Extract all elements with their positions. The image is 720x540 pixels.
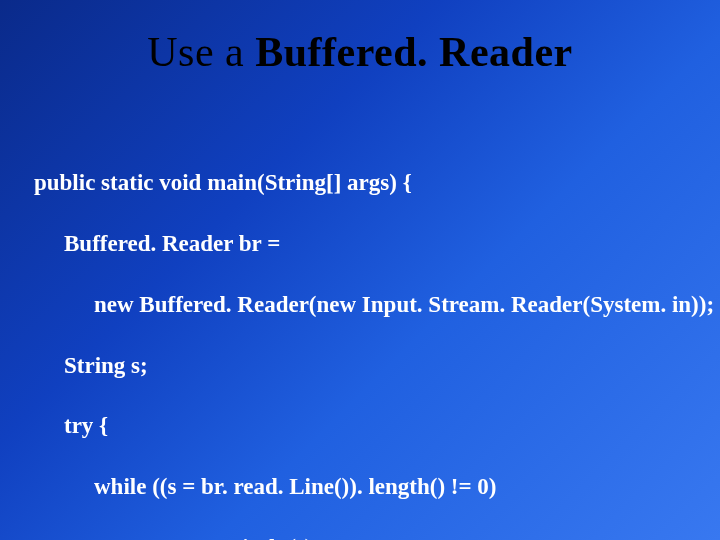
- slide: Use a Buffered. Reader public static voi…: [0, 0, 720, 540]
- code-line: while ((s = br. read. Line()). length() …: [34, 472, 686, 502]
- code-line: Buffered. Reader br =: [34, 229, 686, 259]
- code-line: public static void main(String[] args) {: [34, 168, 686, 198]
- code-line: String s;: [34, 351, 686, 381]
- title-prefix: Use a: [147, 29, 255, 75]
- title-bold: Buffered. Reader: [255, 29, 572, 75]
- code-line: System. out. println(s);: [34, 533, 686, 540]
- code-block: public static void main(String[] args) {…: [34, 138, 686, 540]
- slide-title: Use a Buffered. Reader: [34, 28, 686, 76]
- code-line: new Buffered. Reader(new Input. Stream. …: [34, 290, 686, 320]
- code-line: try {: [34, 411, 686, 441]
